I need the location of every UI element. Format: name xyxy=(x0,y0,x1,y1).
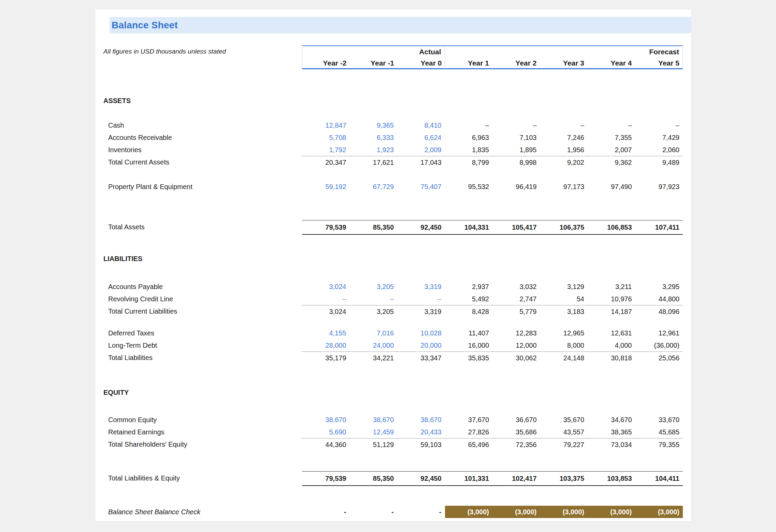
value-cell: 24,000 xyxy=(350,339,398,351)
row-total-liabilities: Total Liabilities35,17934,22133,34735,83… xyxy=(103,351,691,364)
value-cell: 107,411 xyxy=(635,220,683,235)
value-cell: – xyxy=(492,119,540,131)
value-cell: 1,895 xyxy=(492,144,540,156)
value-cell: 59,192 xyxy=(302,181,350,193)
section-heading: LIABILITIES xyxy=(103,253,683,265)
table-header: All figures in USD thousands unless stat… xyxy=(103,45,691,69)
page-title: Balance Sheet xyxy=(112,20,178,31)
value-cell: 11,407 xyxy=(445,327,493,339)
value-cell: 3,183 xyxy=(540,305,588,318)
value-cell: 8,799 xyxy=(445,156,493,169)
value-cell: 9,365 xyxy=(350,119,398,131)
row-inventories: Inventories1,7921,9232,0091,8351,8951,95… xyxy=(103,144,691,156)
row-label: Accounts Receivable xyxy=(103,131,302,144)
header-actual-label: Actual xyxy=(302,46,445,57)
row-total-liabilities-equity: Total Liabilities & Equity79,53985,35092… xyxy=(103,471,691,485)
row-total-shareholders-equity: Total Shareholders' Equity44,36051,12959… xyxy=(103,438,691,450)
value-cell: – xyxy=(445,119,493,131)
value-cell: 97,490 xyxy=(588,181,635,193)
row-long-term-debt: Long-Term Debt28,00024,00020,00016,00012… xyxy=(103,339,691,351)
header-group-actual: Actual Year -2 Year -1 Year 0 xyxy=(302,45,445,69)
value-cell: – xyxy=(635,119,683,131)
value-cell: - xyxy=(397,506,445,518)
value-cell: 104,331 xyxy=(445,220,493,235)
value-cell: 20,000 xyxy=(397,339,445,351)
value-cell: 38,670 xyxy=(302,414,350,426)
value-cell: 8,998 xyxy=(492,156,540,169)
value-cell: 17,043 xyxy=(397,156,445,169)
value-cell: – xyxy=(588,119,635,131)
value-cell: 9,202 xyxy=(540,156,588,169)
row-label: Revolving Credit Line xyxy=(103,293,302,305)
value-cell: 35,686 xyxy=(492,426,540,438)
row-assets: ASSETS xyxy=(103,95,691,107)
value-cell: 12,965 xyxy=(540,327,588,339)
row-cash: Cash12,8479,3658,410––––– xyxy=(103,119,691,131)
value-cell: 27,826 xyxy=(445,426,493,438)
value-cell: 73,034 xyxy=(588,438,635,451)
value-cell: 35,835 xyxy=(445,351,493,364)
value-cell: 7,016 xyxy=(350,327,398,339)
row-accounts-payable: Accounts Payable3,0243,2053,3192,9373,03… xyxy=(103,281,691,293)
value-cell: 79,539 xyxy=(302,471,350,486)
col-header-year-2: Year 2 xyxy=(492,57,540,69)
value-cell: 103,375 xyxy=(540,471,588,486)
value-cell: 3,024 xyxy=(302,305,350,318)
value-cell: 96,419 xyxy=(492,181,540,193)
value-cell: 51,129 xyxy=(350,438,398,451)
value-cell: 14,187 xyxy=(588,305,635,318)
value-cell: 65,496 xyxy=(445,438,493,451)
value-cell: 6,333 xyxy=(350,131,398,144)
value-cell: 12,283 xyxy=(492,327,540,339)
actual-year-columns: Year -2 Year -1 Year 0 xyxy=(302,57,445,69)
row-total-current-liabilities: Total Current Liabilities3,0243,2053,319… xyxy=(103,305,691,317)
row-label: Total Liabilities & Equity xyxy=(103,471,302,486)
row-label: Total Liabilities xyxy=(103,351,302,364)
row-equity: EQUITY xyxy=(103,386,691,399)
value-cell: 97,173 xyxy=(540,181,588,193)
value-cell: 7,246 xyxy=(540,131,588,144)
worksheet: Balance Sheet All figures in USD thousan… xyxy=(96,10,691,521)
row-balance-sheet-balance-check: Balance Sheet Balance Check---(3,000)(3,… xyxy=(103,506,691,518)
value-cell: 1,956 xyxy=(540,144,588,156)
value-cell: 1,792 xyxy=(302,144,350,156)
row-revolving-credit-line: Revolving Credit Line–––5,4922,7475410,9… xyxy=(103,293,691,305)
value-cell: 54 xyxy=(540,293,588,305)
value-cell: 4,155 xyxy=(302,327,350,339)
section-heading: ASSETS xyxy=(103,95,683,107)
value-cell: 45,685 xyxy=(635,426,683,438)
row-retained-earnings: Retained Earnings5,69012,45920,43327,826… xyxy=(103,426,691,438)
value-cell: 3,319 xyxy=(397,305,445,318)
value-cell: - xyxy=(350,506,398,518)
value-cell: 2,747 xyxy=(492,293,540,305)
value-cell: 85,350 xyxy=(350,220,398,235)
value-cell: 72,356 xyxy=(492,438,540,451)
forecast-year-columns: Year 1 Year 2 Year 3 Year 4 Year 5 xyxy=(445,57,683,69)
value-cell: 48,096 xyxy=(635,305,683,318)
col-header-year-1: Year 1 xyxy=(445,57,493,69)
row-label: Cash xyxy=(103,119,302,131)
col-header-year-5: Year 5 xyxy=(635,57,683,69)
value-cell: 33,670 xyxy=(635,414,683,426)
value-cell: 67,729 xyxy=(350,181,398,193)
sheet-title-bar: Balance Sheet xyxy=(110,17,691,33)
value-cell: 103,853 xyxy=(588,471,635,486)
value-cell: 38,670 xyxy=(350,414,398,426)
value-cell: 102,417 xyxy=(492,471,540,486)
row-total-assets: Total Assets79,53985,35092,450104,331105… xyxy=(103,220,691,234)
value-cell: 95,532 xyxy=(445,181,493,193)
value-cell: 105,417 xyxy=(492,220,540,235)
value-cell: 12,000 xyxy=(492,339,540,351)
value-cell: 30,062 xyxy=(492,351,540,364)
value-cell: 79,355 xyxy=(635,438,683,451)
value-cell: 8,428 xyxy=(445,305,493,318)
value-cell: 5,779 xyxy=(492,305,540,318)
col-header-year-4: Year 4 xyxy=(588,57,635,69)
value-cell: 92,450 xyxy=(397,471,445,486)
value-cell: (3,000) xyxy=(540,506,588,518)
row-label: Accounts Payable xyxy=(103,281,302,293)
value-cell: 5,690 xyxy=(302,426,350,438)
value-cell: 2,007 xyxy=(588,144,635,156)
value-cell: 17,621 xyxy=(350,156,398,169)
value-cell: 10,028 xyxy=(397,327,445,339)
